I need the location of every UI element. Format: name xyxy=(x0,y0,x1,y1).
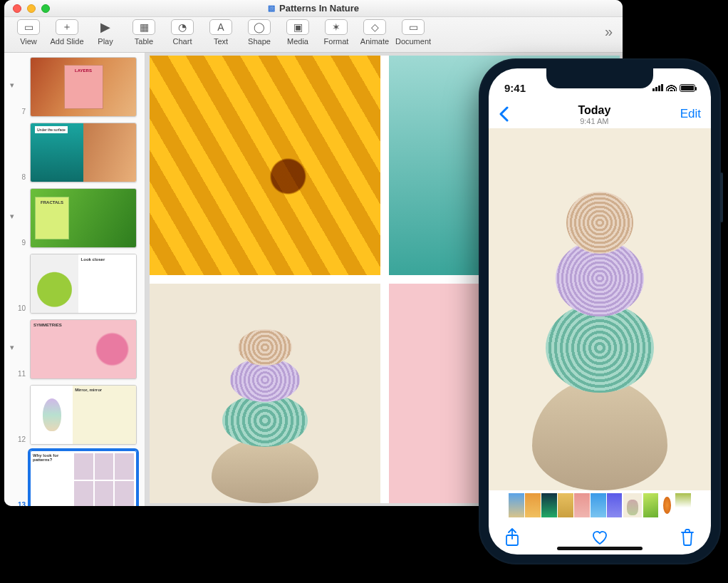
iphone-screen: 9:41 Today 9:41 AM Edit xyxy=(489,68,711,554)
toolbar-label: Text xyxy=(214,37,228,46)
toolbar-label: Add Slide xyxy=(50,37,83,46)
toolbar-format-button[interactable]: ✶ Format xyxy=(319,19,353,46)
slide-thumbnail[interactable]: ▾ 9 FRACTALS xyxy=(7,188,140,248)
toolbar-label: Document xyxy=(395,37,431,46)
slide-preview: Look closer xyxy=(30,254,137,314)
toolbar-label: Chart xyxy=(173,37,192,46)
animate-icon: ◇ xyxy=(363,19,386,35)
status-time: 9:41 xyxy=(504,82,526,94)
slide-number: 7 xyxy=(7,108,26,117)
battery-icon xyxy=(680,84,695,92)
filmstrip-thumb[interactable] xyxy=(574,493,590,517)
nav-title: Today 9:41 AM xyxy=(509,103,680,125)
toolbar-table-button[interactable]: ▦ Table xyxy=(127,19,161,46)
toolbar-play-button[interactable]: ▶ Play xyxy=(88,19,123,46)
share-button[interactable] xyxy=(504,528,520,547)
favorite-button[interactable] xyxy=(591,529,609,546)
filmstrip-thumb[interactable] xyxy=(643,493,658,517)
status-icons xyxy=(652,83,695,93)
toolbar-label: Shape xyxy=(248,37,271,46)
slide-thumbnail[interactable]: 13 Why look for patterns? xyxy=(7,450,140,506)
slide-preview: Under the surface xyxy=(30,123,137,182)
photos-navbar: Today 9:41 AM Edit xyxy=(489,100,711,128)
chevron-down-icon[interactable]: ▾ xyxy=(10,343,14,352)
document-icon: ▭ xyxy=(402,19,425,35)
filmstrip-thumb[interactable] xyxy=(607,493,623,517)
slide-number: 12 xyxy=(7,435,26,445)
document-icon: ▧ xyxy=(268,4,275,13)
chart-icon: ◔ xyxy=(171,19,194,35)
toolbar-label: Animate xyxy=(360,37,389,46)
filmstrip-thumb[interactable] xyxy=(509,493,524,517)
slide-thumbnail[interactable]: ▾ 7 LAYERS xyxy=(7,57,140,117)
notch xyxy=(546,68,653,88)
slide-number: 9 xyxy=(7,239,26,248)
filmstrip-thumb[interactable] xyxy=(675,493,691,517)
view-icon: ▭ xyxy=(17,19,40,35)
titlebar: ▧ Patterns In Nature xyxy=(4,0,623,17)
slide-preview: FRACTALS xyxy=(30,188,137,248)
chevron-left-icon xyxy=(499,106,509,122)
window-title: ▧ Patterns In Nature xyxy=(4,3,623,14)
slide-preview: Why look for patterns? xyxy=(30,450,137,506)
format-icon: ✶ xyxy=(325,19,348,35)
filmstrip-thumb[interactable] xyxy=(659,493,675,517)
filmstrip-thumb[interactable] xyxy=(558,493,573,517)
delete-button[interactable] xyxy=(680,528,695,547)
toolbar-shape-button[interactable]: ◯ Shape xyxy=(242,19,276,46)
slide-preview: SYMMETRIES xyxy=(30,319,137,379)
slide-image-honeycomb[interactable] xyxy=(150,56,380,275)
photo-viewer[interactable] xyxy=(489,128,711,490)
window-title-text: Patterns In Nature xyxy=(279,3,359,14)
filmstrip-thumb[interactable] xyxy=(591,493,606,517)
slide-number: 11 xyxy=(7,370,26,379)
slide-number: 8 xyxy=(7,173,26,182)
toolbar-media-button[interactable]: ▣ Media xyxy=(281,19,315,46)
toolbar-text-button[interactable]: A Text xyxy=(204,19,238,46)
text-icon: A xyxy=(209,19,232,35)
slide-thumbnail[interactable]: 8 Under the surface xyxy=(7,123,140,182)
filmstrip-thumb-current[interactable] xyxy=(623,493,642,517)
toolbar-view-button[interactable]: ▭ View xyxy=(11,19,46,46)
slide-navigator[interactable]: ▾ 7 LAYERS 8 Under the surface ▾ 9 FRACT… xyxy=(4,53,145,506)
slide-thumbnail[interactable]: 10 Look closer xyxy=(7,254,140,314)
slide-number: 13 xyxy=(7,501,26,506)
wifi-icon xyxy=(666,83,677,93)
toolbar: ▭ View ＋ Add Slide ▶ Play ▦ Table ◔ Char… xyxy=(4,17,623,53)
chevron-down-icon[interactable]: ▾ xyxy=(10,212,14,221)
play-icon: ▶ xyxy=(94,19,117,35)
toolbar-label: View xyxy=(20,37,37,46)
table-icon: ▦ xyxy=(132,19,155,35)
home-indicator[interactable] xyxy=(557,547,643,550)
toolbar-add-slide-button[interactable]: ＋ Add Slide xyxy=(50,19,84,46)
media-icon: ▣ xyxy=(286,19,309,35)
slide-thumbnail[interactable]: ▾ 11 SYMMETRIES xyxy=(7,319,140,379)
toolbar-label: Media xyxy=(287,37,308,46)
edit-button[interactable]: Edit xyxy=(680,107,701,121)
toolbar-chart-button[interactable]: ◔ Chart xyxy=(165,19,199,46)
share-icon xyxy=(504,528,520,547)
slide-image-urchins[interactable] xyxy=(150,284,380,503)
cellular-icon xyxy=(652,84,663,91)
photo-content xyxy=(515,143,684,490)
slide-thumbnail[interactable]: 12 Mirror, mirror xyxy=(7,385,140,445)
add-icon: ＋ xyxy=(56,19,78,35)
toolbar-label: Table xyxy=(135,37,153,46)
slide-number: 10 xyxy=(7,304,26,314)
toolbar-overflow-button[interactable]: » xyxy=(605,19,615,40)
shape-icon: ◯ xyxy=(248,19,271,35)
filmstrip-thumb[interactable] xyxy=(541,493,557,517)
chevron-down-icon[interactable]: ▾ xyxy=(10,81,14,90)
slide-preview: Mirror, mirror xyxy=(30,385,137,445)
slide-preview: LAYERS xyxy=(30,57,137,117)
toolbar-document-button[interactable]: ▭ Document xyxy=(396,19,430,46)
photo-filmstrip[interactable] xyxy=(489,490,711,520)
trash-icon xyxy=(680,528,695,547)
toolbar-animate-button[interactable]: ◇ Animate xyxy=(358,19,392,46)
toolbar-label: Play xyxy=(98,37,113,46)
iphone-device: 9:41 Today 9:41 AM Edit xyxy=(479,58,721,564)
back-button[interactable] xyxy=(499,106,509,122)
toolbar-label: Format xyxy=(324,37,349,46)
filmstrip-thumb[interactable] xyxy=(525,493,541,517)
heart-icon xyxy=(591,529,609,546)
